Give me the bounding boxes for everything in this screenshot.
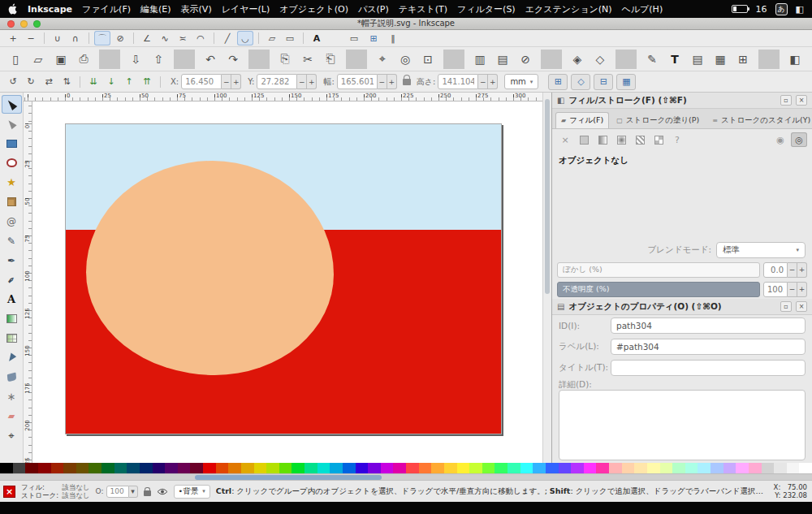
canvas-vertical-scrollbar[interactable]	[542, 93, 551, 463]
import-icon[interactable]: ⇩	[125, 50, 146, 69]
tool-selector[interactable]	[2, 95, 22, 114]
unit-selector[interactable]: mm ▾	[504, 74, 538, 89]
object-title-input[interactable]	[611, 360, 806, 376]
object-to-path-icon[interactable]: ▱	[264, 31, 280, 45]
tab-fill[interactable]: ▰フィル(F)	[555, 112, 609, 128]
new-document-icon[interactable]: ▯	[5, 50, 26, 69]
x-input[interactable]	[181, 74, 222, 89]
paste-icon[interactable]: ⎗	[320, 50, 341, 69]
palette-swatch[interactable]	[203, 463, 216, 473]
flip-horizontal-icon[interactable]: ⇄	[41, 75, 57, 89]
raise-to-top-icon[interactable]: ⇈	[139, 75, 155, 89]
menu-extensions[interactable]: エクステンション(N)	[525, 3, 612, 15]
break-nodes-icon[interactable]: ∩	[67, 31, 84, 45]
vertical-ruler[interactable]: 0255075100125150175200225	[24, 102, 32, 463]
show-guides-toggle[interactable]: ‖	[385, 31, 401, 45]
height-decrement-button[interactable]: −	[478, 74, 488, 89]
paint-none-button[interactable]: ×	[557, 132, 573, 147]
tool-calligraphy[interactable]: ✒	[2, 270, 22, 289]
tool-spiral[interactable]: @	[2, 212, 22, 231]
apple-menu[interactable]	[8, 3, 18, 15]
delete-segment-icon[interactable]: ⊘	[112, 31, 128, 45]
width-input[interactable]	[337, 74, 378, 89]
panel-collapse-button[interactable]: ▫	[780, 95, 792, 106]
opacity-decrement-button[interactable]: −	[788, 282, 797, 297]
paint-flat-button[interactable]	[576, 132, 592, 147]
blur-decrement-button[interactable]: −	[788, 262, 797, 278]
palette-swatch[interactable]	[13, 463, 26, 473]
object-description-input[interactable]	[559, 390, 806, 460]
palette-swatch[interactable]	[153, 463, 166, 473]
palette-swatch[interactable]	[672, 463, 685, 473]
rotate-cw-icon[interactable]: ↻	[23, 75, 39, 89]
width-increment-button[interactable]: +	[387, 74, 397, 89]
redo-icon[interactable]: ↷	[222, 50, 244, 69]
palette-swatch[interactable]	[736, 463, 749, 473]
menu-text[interactable]: テキスト(T)	[399, 3, 447, 15]
tool-paint-bucket[interactable]	[2, 368, 22, 387]
height-input[interactable]	[438, 74, 478, 89]
palette-swatch[interactable]	[356, 463, 369, 473]
tool-dropper[interactable]	[2, 348, 22, 367]
menu-inkscape[interactable]: Inkscape	[28, 4, 72, 15]
palette-swatch[interactable]	[127, 463, 140, 473]
unlink-clone-icon[interactable]: ⊘	[515, 50, 536, 69]
palette-swatch[interactable]	[710, 463, 723, 473]
input-source-icon[interactable]: あ	[775, 3, 788, 15]
palette-swatch[interactable]	[381, 463, 394, 473]
panel-close-button[interactable]: ×	[796, 301, 807, 312]
y-increment-button[interactable]: +	[307, 74, 317, 89]
fillrule-evenodd-button[interactable]: ◎	[791, 132, 807, 147]
raise-icon[interactable]: ↑	[121, 75, 137, 89]
fill-stroke-indicator[interactable]: フィル: 該当なし ストローク: 該当なし	[21, 483, 90, 499]
close-window-button[interactable]	[7, 20, 15, 28]
palette-swatch[interactable]	[584, 463, 597, 473]
menu-object[interactable]: オブジェクト(O)	[279, 3, 348, 15]
xml-editor-icon[interactable]: ✎	[641, 50, 663, 69]
horizontal-ruler[interactable]: 0255075100125150175200225250275300	[24, 93, 542, 102]
paint-unknown-button[interactable]: ?	[669, 132, 685, 147]
menu-edit[interactable]: 編集(E)	[140, 3, 171, 15]
tool-mesh[interactable]	[2, 329, 22, 348]
blur-increment-button[interactable]: +	[797, 262, 807, 278]
flip-vertical-icon[interactable]: ⇅	[58, 75, 75, 89]
align-dialog-icon[interactable]: ⊞	[732, 50, 754, 69]
tool-eraser[interactable]: ▰	[2, 407, 22, 425]
open-document-icon[interactable]: ▱	[28, 50, 49, 69]
blur-input[interactable]	[763, 262, 788, 278]
blur-slider[interactable]: ぼかし (%)	[557, 262, 760, 278]
node-auto-icon[interactable]: ◠	[192, 31, 209, 45]
objects-dialog-icon[interactable]: ▦	[710, 50, 731, 69]
ellipse-shape[interactable]	[86, 161, 334, 375]
palette-swatch[interactable]	[114, 463, 127, 473]
palette-swatch[interactable]	[190, 463, 203, 473]
snap-page-toggle[interactable]: ▦	[616, 74, 636, 90]
palette-swatch[interactable]	[178, 463, 191, 473]
ungroup-icon[interactable]: ◇	[590, 50, 611, 69]
palette-swatch[interactable]	[431, 463, 444, 473]
palette-swatch[interactable]	[571, 463, 584, 473]
join-nodes-icon[interactable]: ∪	[50, 31, 66, 45]
palette-swatch[interactable]	[368, 463, 381, 473]
palette-swatch[interactable]	[25, 463, 38, 473]
palette-swatch[interactable]	[292, 463, 304, 473]
width-decrement-button[interactable]: −	[378, 74, 387, 89]
save-icon[interactable]: ▣	[50, 50, 71, 69]
copy-icon[interactable]: ⎘	[274, 50, 296, 69]
text-dialog-icon[interactable]: T	[664, 50, 685, 69]
tool-text[interactable]: A	[2, 290, 22, 309]
layer-selector[interactable]: •背景 ▾	[174, 485, 210, 499]
y-input[interactable]	[257, 74, 297, 89]
snap-bounding-box-toggle[interactable]: ⊞	[548, 74, 568, 90]
duplicate-icon[interactable]: ▥	[469, 50, 490, 69]
x-decrement-button[interactable]: −	[222, 74, 231, 89]
rotate-ccw-icon[interactable]: ↺	[5, 75, 21, 89]
tab-stroke-style[interactable]: ≡ストロークのスタイル(Y)	[706, 112, 812, 128]
palette-swatch[interactable]	[787, 463, 800, 473]
paint-linear-gradient-button[interactable]	[594, 132, 611, 147]
blend-mode-selector[interactable]: 標準 ▾	[716, 242, 806, 258]
tool-ellipse[interactable]	[2, 153, 22, 172]
tool-pencil[interactable]: ✎	[2, 231, 22, 250]
fill-stroke-dialog-icon[interactable]: ◧	[784, 50, 806, 69]
tool-node[interactable]	[2, 114, 22, 133]
